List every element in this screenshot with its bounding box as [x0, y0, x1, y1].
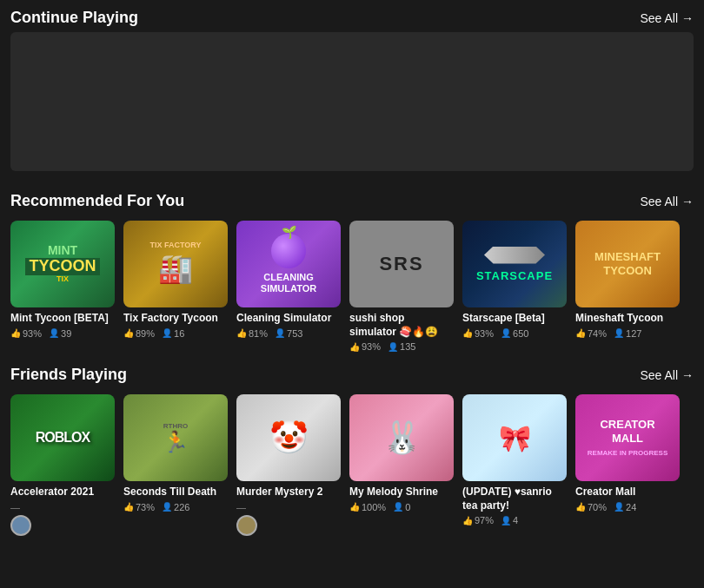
game-card-bottom-murder: Murder Mystery 2 —: [236, 486, 341, 538]
thumbsup-icon: 👍: [10, 328, 21, 338]
recommended-section: Recommended For You See All → MINT TYCOO…: [0, 185, 704, 359]
game-card-cleaning-simulator[interactable]: CLEANINGSIMULATOR Cleaning Simulator 👍 8…: [236, 221, 341, 352]
thumbsup-icon-3: 👍: [236, 328, 247, 338]
game-thumb-mint-tycoon: MINT TYCOON TIX: [10, 221, 115, 307]
game-card-tix-factory[interactable]: TIX FACTORY 🏭 Tix Factory Tycoon 👍 89% 👤…: [123, 221, 228, 352]
game-name-sushi-shop: sushi shop simulator 🍣🔥😩: [349, 312, 454, 339]
person-icon-8: 👤: [393, 502, 403, 512]
game-stats-cleaning-simulator: 👍 81% 👤 753: [236, 328, 341, 339]
game-thumb-mineshaft-tycoon: MINESHAFTTYCOON: [575, 221, 680, 307]
game-thumb-tix-factory: TIX FACTORY 🏭: [123, 221, 228, 307]
game-card-creator-mall[interactable]: CREATORMALL REMAKE IN PROGRESS Creator M…: [575, 394, 680, 538]
person-icon-9: 👤: [501, 516, 511, 525]
arrow-right-icon: →: [681, 11, 694, 25]
continue-playing-title: Continue Playing: [10, 9, 138, 27]
continue-playing-see-all[interactable]: See All →: [640, 11, 694, 25]
arrow-right-icon-3: →: [681, 368, 694, 382]
friends-playing-title: Friends Playing: [10, 366, 127, 384]
game-thumb-murder-mystery: 🤡: [236, 394, 341, 481]
person-icon-6: 👤: [614, 328, 624, 338]
person-icon-10: 👤: [614, 502, 624, 512]
thumbsup-icon-10: 👍: [575, 502, 586, 512]
game-thumb-cleaning-simulator: CLEANINGSIMULATOR: [236, 221, 341, 307]
game-stats-starscape: 👍 93% 👤 650: [462, 328, 567, 339]
thumbsup-icon-6: 👍: [575, 328, 586, 338]
person-icon-5: 👤: [501, 328, 511, 338]
game-card-mint-tycoon[interactable]: MINT TYCOON TIX Mint Tycoon [BETA] 👍 93%…: [10, 221, 115, 352]
game-thumb-sushi-shop: SRS: [349, 221, 454, 307]
game-thumb-creator-mall: CREATORMALL REMAKE IN PROGRESS: [575, 394, 680, 481]
game-stats-mineshaft-tycoon: 👍 74% 👤 127: [575, 328, 680, 339]
thumbsup-icon-7: 👍: [123, 502, 134, 512]
game-name-melody-shrine: My Melody Shrine: [349, 486, 454, 499]
thumbsup-icon-2: 👍: [123, 328, 134, 338]
continue-playing-empty-area: [10, 32, 694, 171]
recommended-game-grid: MINT TYCOON TIX Mint Tycoon [BETA] 👍 93%…: [0, 215, 704, 359]
game-stats-sanrio: 👍 97% 👤 4: [462, 515, 567, 525]
game-stats-tix-factory: 👍 89% 👤 16: [123, 328, 228, 339]
game-thumb-sanrio: 🎀: [462, 394, 567, 481]
game-stats-murder-mystery: —: [236, 502, 341, 512]
game-thumb-accelerator: ROBLOX: [10, 394, 115, 481]
game-name-sanrio: (UPDATE) ♥sanrio tea party!: [462, 486, 567, 512]
person-icon-3: 👤: [275, 328, 285, 338]
game-stats-melody-shrine: 👍 100% 👤 0: [349, 502, 454, 512]
thumbsup-icon-5: 👍: [462, 328, 473, 338]
thumbsup-icon-9: 👍: [462, 516, 473, 525]
game-card-starscape[interactable]: STARSCAPE Starscape [Beta] 👍 93% 👤 650: [462, 221, 567, 352]
friends-playing-see-all[interactable]: See All →: [640, 368, 694, 382]
person-icon-7: 👤: [162, 502, 172, 512]
continue-playing-header: Continue Playing See All →: [0, 0, 704, 32]
game-thumb-melody-shrine: 🐰: [349, 394, 454, 481]
arrow-right-icon-2: →: [681, 195, 694, 208]
recommended-see-all[interactable]: See All →: [640, 195, 694, 208]
game-card-accelerator[interactable]: ROBLOX Accelerator 2021 —: [10, 394, 115, 538]
game-card-murder-mystery[interactable]: 🤡 Murder Mystery 2 —: [236, 394, 341, 538]
game-stats-sushi-shop: 👍 93% 👤 135: [349, 341, 454, 352]
game-card-mineshaft-tycoon[interactable]: MINESHAFTTYCOON Mineshaft Tycoon 👍 74% 👤…: [575, 221, 680, 352]
game-card-sushi-shop[interactable]: SRS sushi shop simulator 🍣🔥😩 👍 93% 👤 135: [349, 221, 454, 352]
person-icon-4: 👤: [388, 342, 398, 352]
person-icon-2: 👤: [162, 328, 172, 338]
game-stats-mint-tycoon: 👍 93% 👤 39: [10, 328, 115, 339]
game-card-bottom-accelerator: Accelerator 2021 —: [10, 486, 115, 538]
friend-avatar-murder: [236, 515, 257, 536]
recommended-title: Recommended For You: [10, 192, 184, 210]
friend-avatar-accelerator: [10, 515, 31, 536]
game-card-seconds-till-death[interactable]: RTHRO 🏃 Seconds Till Death 👍 73% 👤 226: [123, 394, 228, 538]
recommended-header: Recommended For You See All →: [0, 185, 704, 215]
game-stats-creator-mall: 👍 70% 👤 24: [575, 502, 680, 512]
friends-playing-section: Friends Playing See All → ROBLOX Acceler…: [0, 359, 704, 545]
friends-game-grid: ROBLOX Accelerator 2021 — RTHRO 🏃 Second…: [0, 389, 704, 545]
game-name-tix-factory: Tix Factory Tycoon: [123, 312, 228, 326]
game-thumb-seconds-till-death: RTHRO 🏃: [123, 394, 228, 481]
person-icon: 👤: [49, 328, 59, 338]
game-stats-accelerator: —: [10, 502, 115, 512]
continue-playing-section: Continue Playing See All →: [0, 0, 704, 185]
game-name-mint-tycoon: Mint Tycoon [BETA]: [10, 312, 115, 326]
game-card-sanrio[interactable]: 🎀 (UPDATE) ♥sanrio tea party! 👍 97% 👤 4: [462, 394, 567, 538]
game-thumb-starscape: STARSCAPE: [462, 221, 567, 307]
game-name-cleaning-simulator: Cleaning Simulator: [236, 312, 341, 326]
game-name-murder-mystery: Murder Mystery 2: [236, 486, 341, 499]
game-card-bottom-seconds: Seconds Till Death 👍 73% 👤 226: [123, 486, 228, 514]
thumbsup-icon-4: 👍: [349, 342, 360, 352]
game-card-melody-shrine[interactable]: 🐰 My Melody Shrine 👍 100% 👤 0: [349, 394, 454, 538]
game-name-seconds-till-death: Seconds Till Death: [123, 486, 228, 499]
game-name-mineshaft-tycoon: Mineshaft Tycoon: [575, 312, 680, 326]
game-stats-seconds-till-death: 👍 73% 👤 226: [123, 502, 228, 512]
game-name-starscape: Starscape [Beta]: [462, 312, 567, 326]
game-name-creator-mall: Creator Mall: [575, 486, 680, 499]
game-name-accelerator: Accelerator 2021: [10, 486, 115, 499]
thumbsup-icon-8: 👍: [349, 502, 360, 512]
friends-playing-header: Friends Playing See All →: [0, 359, 704, 389]
